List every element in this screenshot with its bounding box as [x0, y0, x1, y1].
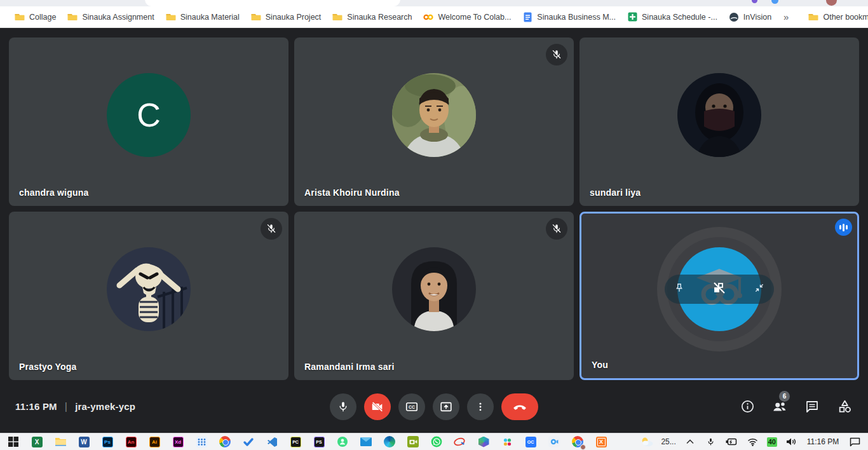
bookmark-sinauka-assignment[interactable]: Sinauka Assignment — [62, 10, 159, 25]
colorful-flower-icon[interactable] — [500, 435, 514, 449]
profile-avatar[interactable] — [826, 0, 837, 6]
bookmark-sinauka-schedule[interactable]: Sinauka Schedule -... — [621, 10, 723, 25]
tray-mic-icon[interactable] — [704, 435, 718, 449]
chrome-icon[interactable] — [218, 435, 232, 449]
call-controls: CC — [330, 393, 538, 420]
android-emulator-icon[interactable] — [336, 435, 349, 449]
photoshop-icon[interactable]: Ps — [100, 435, 114, 449]
hang-up-button[interactable] — [501, 393, 538, 420]
bookmark-label: Sinauka Schedule -... — [642, 13, 717, 22]
address-bar-partial[interactable] — [145, 0, 400, 6]
present-screen-button[interactable] — [433, 393, 459, 420]
folder-icon — [332, 12, 342, 22]
weather-temp[interactable]: 25... — [661, 437, 675, 446]
google-meet-main: C chandra wiguna — [0, 28, 868, 433]
xampp-icon[interactable]: X — [594, 435, 608, 449]
participant-tile-sundari[interactable]: sundari liya — [580, 38, 859, 206]
bookmark-label: Sinauka Material — [180, 13, 240, 22]
calendar-app-icon[interactable] — [194, 435, 208, 449]
excel-icon[interactable]: X — [30, 435, 44, 449]
file-explorer-icon[interactable] — [53, 435, 67, 449]
bookmark-label: Sinauka Business M... — [537, 13, 616, 22]
red-swirl-app-icon[interactable] — [453, 435, 467, 449]
bookmarks-bar: Collage Sinauka Assignment Sinauka Mater… — [0, 6, 868, 28]
chrome-profile-badge — [580, 444, 586, 450]
separator: | — [65, 401, 67, 412]
extension-icon[interactable] — [752, 0, 757, 3]
activities-icon[interactable] — [836, 399, 853, 415]
bookmark-sinauka-research[interactable]: Sinauka Research — [327, 10, 417, 25]
bookmark-sinauka-material[interactable]: Sinauka Material — [160, 10, 245, 25]
vscode-icon[interactable] — [265, 435, 279, 449]
meeting-code: jra-ymek-ycp — [75, 401, 135, 412]
bookmark-label: InVision — [743, 13, 771, 22]
participant-tile-prastyo[interactable]: Prastyo Yoga — [9, 212, 288, 380]
minimize-icon[interactable] — [754, 282, 765, 296]
folder-icon — [166, 12, 176, 22]
audio-level-indicator — [835, 219, 852, 236]
word-icon[interactable]: W — [77, 435, 91, 449]
tray-expand-chevron[interactable] — [683, 435, 697, 449]
bookmark-collage[interactable]: Collage — [9, 10, 62, 25]
bookmarks-overflow-chevron[interactable]: » — [777, 11, 795, 22]
illustrator-icon[interactable]: Ai — [147, 435, 161, 449]
colab-infinity-icon — [423, 12, 433, 22]
pin-icon[interactable] — [674, 282, 685, 296]
participant-tile-chandra[interactable]: C chandra wiguna — [9, 38, 288, 206]
wifi-icon[interactable] — [746, 435, 760, 449]
clock-text: 11:16 PM — [15, 401, 57, 412]
oc-app-icon[interactable]: OC — [524, 435, 538, 449]
participants-count-badge: 6 — [779, 391, 790, 402]
mic-button[interactable] — [330, 393, 356, 420]
camera-off-overlay-icon[interactable] — [712, 280, 727, 298]
chrome-active-icon[interactable] — [571, 435, 585, 449]
meeting-details-icon[interactable] — [739, 399, 756, 415]
camera-app-icon[interactable] — [547, 435, 561, 449]
bookmark-label: Collage — [29, 13, 56, 22]
action-center-icon[interactable] — [848, 435, 862, 449]
participant-tile-ramandani[interactable]: Ramandani Irma sari — [294, 212, 574, 380]
avatar-photo — [392, 247, 476, 331]
mic-off-icon — [546, 218, 567, 240]
bookmark-welcome-colab[interactable]: Welcome To Colab... — [417, 10, 517, 25]
participant-tile-arista[interactable]: Arista Khoiru Nurdina — [294, 38, 574, 206]
meet-bottom-bar: 11:16 PM | jra-ymek-ycp CC — [0, 380, 868, 433]
windows-taskbar: X W Ps An Ai Xd PC PS — [0, 433, 868, 450]
screen-recorder-icon[interactable] — [406, 435, 420, 449]
mic-off-icon — [546, 44, 567, 65]
adobe-xd-icon[interactable]: Xd — [171, 435, 185, 449]
mail-icon[interactable] — [359, 435, 373, 449]
battery-plug-icon[interactable] — [725, 435, 739, 449]
animate-icon[interactable]: An — [124, 435, 138, 449]
bookmark-label: Welcome To Colab... — [438, 13, 511, 22]
avatar-photo — [392, 73, 476, 157]
whatsapp-icon[interactable] — [430, 435, 444, 449]
participants-icon[interactable]: 6 — [771, 399, 788, 415]
participant-tile-you[interactable]: You — [580, 212, 859, 380]
google-sheets-icon — [627, 12, 637, 22]
chat-icon[interactable] — [804, 399, 820, 415]
pycharm-icon[interactable]: PC — [288, 435, 302, 449]
start-button[interactable] — [6, 435, 20, 449]
battery-percent-badge[interactable]: 40 — [767, 437, 777, 447]
bookmark-sinauka-project[interactable]: Sinauka Project — [245, 10, 327, 25]
extension-icon[interactable] — [771, 0, 778, 4]
bookmark-invision[interactable]: InVision — [723, 10, 777, 25]
avatar-photo — [107, 247, 191, 331]
weather-icon[interactable] — [640, 435, 654, 449]
meeting-status: 11:16 PM | jra-ymek-ycp — [15, 401, 135, 412]
bookmark-sinauka-business[interactable]: Sinauka Business M... — [517, 10, 621, 25]
google-docs-icon — [522, 12, 532, 22]
edge-icon[interactable] — [383, 435, 397, 449]
more-options-button[interactable] — [467, 393, 494, 420]
volume-icon[interactable] — [784, 435, 798, 449]
camera-off-button[interactable] — [364, 393, 391, 420]
captions-button[interactable]: CC — [398, 393, 425, 420]
check-app-icon[interactable] — [241, 435, 255, 449]
phpstorm-icon[interactable]: PS — [312, 435, 326, 449]
taskbar-clock[interactable]: 11:16 PM — [805, 437, 841, 446]
other-bookmarks[interactable]: Other bookmarks — [803, 10, 868, 25]
hexagon-app-icon[interactable] — [477, 435, 491, 449]
avatar-photo — [677, 73, 761, 157]
mic-off-icon — [261, 218, 282, 240]
